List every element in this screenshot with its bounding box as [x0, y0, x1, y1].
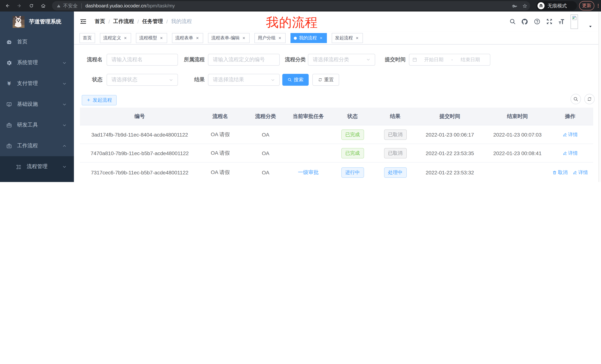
- cell-end-time: 2022-01-23 00:07:03: [488, 132, 547, 137]
- tag-label: 流程表单: [175, 35, 193, 41]
- result-badge: 已取消: [384, 129, 407, 140]
- tag-label: 流程表单-编辑: [211, 35, 240, 41]
- tag-close-icon[interactable]: [277, 35, 282, 41]
- tag-label: 用户分组: [258, 35, 276, 41]
- sidebar-item-label: 研发工具: [17, 122, 38, 128]
- column-header: 结束时间: [488, 113, 547, 120]
- sidebar-item-工作流程[interactable]: 工作流程: [0, 135, 74, 156]
- date-separator: -: [451, 57, 454, 62]
- tag-view-流程表单-编辑[interactable]: 流程表单-编辑: [208, 33, 250, 43]
- table-row: 3ad174fb-7b9d-11ec-8404-acde48001122 OA …: [80, 125, 593, 144]
- main-area: 首页/工作流程/任务管理/我的流程 我的流程 首页 流程定义 流程模型: [74, 11, 601, 182]
- sidebar-item-研发工具[interactable]: 研发工具: [0, 115, 74, 135]
- current-task-link[interactable]: 一级审批: [298, 169, 319, 175]
- date-end-input[interactable]: 结束日期: [453, 56, 487, 63]
- font-size-icon[interactable]: [555, 11, 568, 31]
- bookmark-star-icon[interactable]: [520, 3, 530, 8]
- browser-update-button[interactable]: 更新: [579, 1, 594, 10]
- result-badge: 已取消: [384, 148, 407, 158]
- tag-close-icon[interactable]: [241, 35, 246, 41]
- help-question-icon[interactable]: [531, 11, 543, 31]
- not-secure-label[interactable]: 不安全: [63, 2, 78, 9]
- password-key-icon[interactable]: [509, 3, 520, 9]
- browser-menu-icon[interactable]: [595, 1, 601, 10]
- detail-link[interactable]: 详情: [573, 169, 588, 176]
- breadcrumb-item[interactable]: 工作流程: [113, 18, 134, 25]
- status-badge: 已完成: [341, 129, 364, 140]
- tag-view-流程模型[interactable]: 流程模型: [136, 33, 167, 43]
- refresh-table-button[interactable]: [584, 94, 594, 104]
- toolbox-icon: [5, 121, 13, 129]
- briefcase-icon: [5, 142, 13, 150]
- cancel-link[interactable]: 取消: [552, 169, 568, 176]
- github-icon[interactable]: [519, 11, 531, 31]
- top-navbar: 首页/工作流程/任务管理/我的流程: [74, 11, 601, 31]
- sidebar-item-基础设施[interactable]: 基础设施: [0, 94, 74, 115]
- filter-status-select[interactable]: 请选择状态: [107, 74, 178, 86]
- sidebar-item-任务管理[interactable]: 任务管理: [0, 177, 74, 182]
- tag-view-首页[interactable]: 首页: [80, 33, 95, 43]
- sidebar-item-流程管理[interactable]: 流程管理: [0, 156, 74, 177]
- browser-back-button[interactable]: [3, 1, 12, 10]
- browser-home-button[interactable]: [39, 1, 48, 10]
- cell-end-time: 2022-01-23 00:08:41: [488, 150, 547, 156]
- filter-name-input[interactable]: 请输入流程名: [107, 54, 178, 66]
- breadcrumb-item[interactable]: 首页: [95, 18, 105, 25]
- filter-result-label: 结果: [178, 74, 205, 86]
- reset-button[interactable]: 重置: [312, 74, 339, 86]
- sidebar-item-首页[interactable]: 首页: [0, 31, 74, 52]
- cell-submit-time: 2022-01-22 23:53:35: [412, 150, 488, 156]
- tag-close-icon[interactable]: [354, 35, 360, 41]
- column-header: 状态: [327, 113, 379, 120]
- yen-icon: [5, 80, 13, 87]
- tag-view-流程表单[interactable]: 流程表单: [172, 33, 203, 43]
- create-process-button[interactable]: 发起流程: [82, 95, 117, 105]
- search-button[interactable]: 搜索: [282, 74, 309, 86]
- detail-link[interactable]: 详情: [562, 150, 578, 156]
- tag-close-icon[interactable]: [195, 35, 200, 41]
- fullscreen-icon[interactable]: [543, 11, 555, 31]
- tree-list-icon: [15, 163, 22, 170]
- breadcrumb-item[interactable]: 任务管理: [142, 18, 163, 25]
- window-scrollbar[interactable]: [598, 11, 601, 182]
- cell-process-name: OA 请假: [200, 169, 241, 176]
- address-bar[interactable]: 不安全 dashboard.yudao.iocoder.cn/bpm/task/…: [52, 1, 530, 10]
- tags-view-bar: 首页 流程定义 流程模型 流程表单 流程表单-编辑 用户分组 我的流程 发起流程: [74, 31, 601, 45]
- filter-result-select[interactable]: 请选择流结果: [208, 74, 280, 86]
- tag-close-icon[interactable]: [318, 35, 323, 41]
- detail-link[interactable]: 详情: [562, 131, 578, 138]
- header-search-icon[interactable]: [506, 11, 519, 31]
- date-start-input[interactable]: 开始日期: [417, 56, 451, 63]
- cell-status: 进行中: [327, 167, 379, 178]
- column-header: 流程名: [200, 113, 241, 120]
- table-header-row: 编号流程名流程分类当前审批任务状态结果提交时间结束时间操作: [80, 108, 593, 125]
- filter-category-label: 流程分类: [280, 54, 306, 66]
- tag-view-用户分组[interactable]: 用户分组: [254, 33, 286, 43]
- filter-category-select[interactable]: 请选择流程分类: [308, 54, 375, 66]
- filter-date-range[interactable]: 开始日期 - 结束日期: [409, 54, 490, 66]
- sidebar-logo[interactable]: 芋道管理系统: [0, 11, 74, 31]
- table-row: 7470a810-7b9b-11ec-b5b7-acde48001122 OA …: [80, 144, 593, 163]
- cell-category: OA: [241, 150, 290, 156]
- sidebar-item-label: 支付管理: [17, 80, 38, 87]
- sidebar-item-系统管理[interactable]: 系统管理: [0, 52, 74, 73]
- tag-view-流程定义[interactable]: 流程定义: [100, 33, 131, 43]
- breadcrumb-separator: /: [166, 19, 168, 25]
- tag-view-发起流程[interactable]: 发起流程: [332, 33, 363, 43]
- tag-close-icon[interactable]: [159, 35, 164, 41]
- gear-icon: [5, 59, 13, 67]
- avatar-caret-down-icon[interactable]: [588, 25, 592, 29]
- sidebar-item-label: 工作流程: [17, 143, 38, 149]
- sidebar-item-label: 基础设施: [17, 101, 38, 108]
- toggle-search-button[interactable]: [571, 94, 581, 104]
- browser-reload-button[interactable]: [27, 1, 36, 10]
- cell-status: 已完成: [327, 148, 379, 158]
- browser-forward-button[interactable]: [14, 1, 24, 10]
- filter-parent-input[interactable]: 请输入流程定义的编号: [208, 54, 280, 66]
- sidebar-fold-icon[interactable]: [80, 18, 87, 25]
- tag-close-icon[interactable]: [123, 35, 128, 41]
- sidebar-item-支付管理[interactable]: 支付管理: [0, 73, 74, 94]
- user-avatar[interactable]: [571, 14, 578, 29]
- tag-view-我的流程[interactable]: 我的流程: [290, 33, 327, 43]
- sidebar-item-label: 流程管理: [27, 163, 48, 170]
